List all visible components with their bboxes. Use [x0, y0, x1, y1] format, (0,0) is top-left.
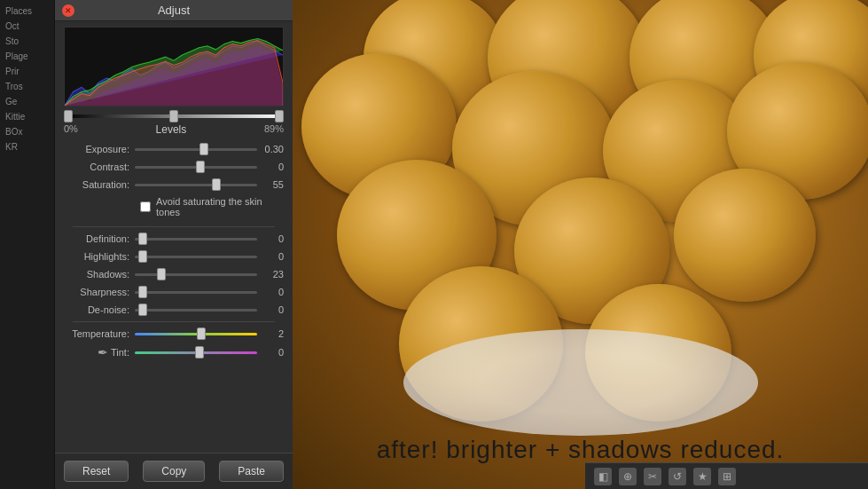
- shadows-thumb[interactable]: [157, 268, 166, 280]
- tint-row: ✒ Tint: 0: [64, 345, 284, 359]
- avoid-skin-label: Avoid saturating the skin tones: [156, 196, 284, 217]
- sidebar: Places Oct Sto Plage Prir Tros Ge Kittie…: [0, 0, 55, 489]
- sidebar-item-tros[interactable]: Tros: [0, 79, 54, 94]
- shadows-label: Shadows:: [64, 269, 135, 280]
- adjust-panel: ✕ Adjust: [55, 0, 293, 489]
- contrast-row: Contrast: 0: [64, 161, 284, 173]
- temperature-label: Temperature:: [64, 328, 135, 339]
- tint-thumb[interactable]: [195, 346, 204, 359]
- levels-center-label: Levels: [156, 123, 187, 136]
- temperature-value: 2: [257, 328, 284, 339]
- toolbar-icon-2[interactable]: ⊕: [619, 468, 637, 485]
- highlights-value: 0: [257, 251, 284, 262]
- cookie-11: [674, 169, 816, 302]
- exposure-value: 0.30: [257, 144, 284, 154]
- denoise-label: De-noise:: [64, 304, 135, 315]
- contrast-label: Contrast:: [64, 162, 135, 172]
- plate: [403, 329, 758, 436]
- photo-panel: after! brighter + shadows reduced. ◧ ⊕ ✂…: [293, 0, 868, 489]
- highlights-thumb[interactable]: [138, 250, 147, 263]
- close-button[interactable]: ✕: [62, 4, 74, 17]
- sharpness-row: Sharpness: 0: [64, 286, 284, 298]
- tint-slider[interactable]: [135, 346, 257, 359]
- levels-mid-thumb[interactable]: [169, 110, 178, 122]
- bottom-buttons: Reset Copy Paste: [55, 453, 293, 489]
- levels-left-thumb[interactable]: [64, 110, 73, 122]
- exposure-label: Exposure:: [64, 144, 135, 154]
- definition-label: Definition:: [64, 233, 135, 244]
- saturation-thumb[interactable]: [212, 178, 221, 191]
- sharpness-label: Sharpness:: [64, 287, 135, 297]
- levels-labels: 0% Levels 89%: [64, 123, 284, 136]
- temperature-thumb[interactable]: [197, 327, 206, 340]
- highlights-slider[interactable]: [135, 250, 257, 263]
- sidebar-item-places[interactable]: Places: [0, 4, 54, 19]
- avoid-skin-row: Avoid saturating the skin tones: [140, 196, 284, 217]
- sharpness-value: 0: [257, 287, 284, 297]
- definition-row: Definition: 0: [64, 233, 284, 245]
- saturation-row: Saturation: 55: [64, 178, 284, 191]
- sidebar-item-plage[interactable]: Plage: [0, 49, 54, 64]
- eyedropper-icon[interactable]: ✒: [98, 345, 108, 359]
- divider-1: [73, 226, 275, 227]
- exposure-row: Exposure: 0.30: [64, 143, 284, 155]
- exposure-thumb[interactable]: [199, 143, 208, 155]
- tint-label: Tint:: [111, 347, 129, 358]
- shadows-row: Shadows: 23: [64, 268, 284, 280]
- saturation-label: Saturation:: [64, 179, 135, 190]
- temperature-row: Temperature: 2: [64, 327, 284, 340]
- reset-button[interactable]: Reset: [64, 461, 129, 482]
- shadows-value: 23: [257, 269, 284, 280]
- contrast-value: 0: [257, 162, 284, 172]
- sidebar-item-kr[interactable]: KR: [0, 139, 54, 154]
- avoid-skin-checkbox[interactable]: [140, 201, 151, 212]
- levels-right-thumb[interactable]: [275, 110, 284, 122]
- photo-caption: after! brighter + shadows reduced.: [293, 436, 868, 464]
- sidebar-item-box[interactable]: BOx: [0, 124, 54, 139]
- sidebar-item-prir[interactable]: Prir: [0, 64, 54, 79]
- sharpness-slider[interactable]: [135, 286, 257, 298]
- toolbar-icon-6[interactable]: ⊞: [718, 468, 736, 485]
- left-panel: Places Oct Sto Plage Prir Tros Ge Kittie…: [0, 0, 293, 489]
- sidebar-item-oct[interactable]: Oct: [0, 19, 54, 34]
- copy-button[interactable]: Copy: [143, 461, 205, 482]
- panel-title: Adjust: [158, 4, 190, 17]
- denoise-thumb[interactable]: [138, 304, 147, 316]
- definition-thumb[interactable]: [138, 233, 147, 245]
- levels-max: 89%: [264, 123, 284, 136]
- contrast-slider[interactable]: [135, 161, 257, 173]
- divider-2: [73, 321, 275, 322]
- denoise-value: 0: [257, 304, 284, 315]
- title-bar: ✕ Adjust: [55, 0, 293, 21]
- sidebar-item-ge[interactable]: Ge: [0, 94, 54, 109]
- contrast-thumb[interactable]: [196, 161, 205, 173]
- temperature-slider[interactable]: [135, 327, 257, 340]
- toolbar-icon-5[interactable]: ★: [693, 468, 711, 485]
- sidebar-item-kittie[interactable]: Kittie: [0, 109, 54, 124]
- histogram: [64, 27, 284, 106]
- photo-background: after! brighter + shadows reduced.: [293, 0, 868, 489]
- shadows-slider[interactable]: [135, 268, 257, 280]
- sharpness-thumb[interactable]: [138, 286, 147, 298]
- denoise-slider[interactable]: [135, 304, 257, 316]
- toolbar-icon-3[interactable]: ✂: [644, 468, 661, 485]
- sliders-section: Exposure: 0.30 Contrast: 0: [55, 139, 293, 453]
- denoise-row: De-noise: 0: [64, 304, 284, 316]
- definition-slider[interactable]: [135, 233, 257, 245]
- highlights-row: Highlights: 0: [64, 250, 284, 263]
- highlights-label: Highlights:: [64, 251, 135, 262]
- levels-min: 0%: [64, 123, 78, 136]
- paste-button[interactable]: Paste: [219, 461, 284, 482]
- sidebar-item-sto[interactable]: Sto: [0, 34, 54, 49]
- tint-value: 0: [257, 347, 284, 358]
- saturation-slider[interactable]: [135, 178, 257, 191]
- saturation-value: 55: [257, 179, 284, 190]
- photo-toolbar: ◧ ⊕ ✂ ↺ ★ ⊞: [585, 462, 868, 489]
- toolbar-icon-4[interactable]: ↺: [669, 468, 686, 485]
- toolbar-icon-1[interactable]: ◧: [594, 468, 612, 485]
- exposure-slider[interactable]: [135, 143, 257, 155]
- definition-value: 0: [257, 233, 284, 244]
